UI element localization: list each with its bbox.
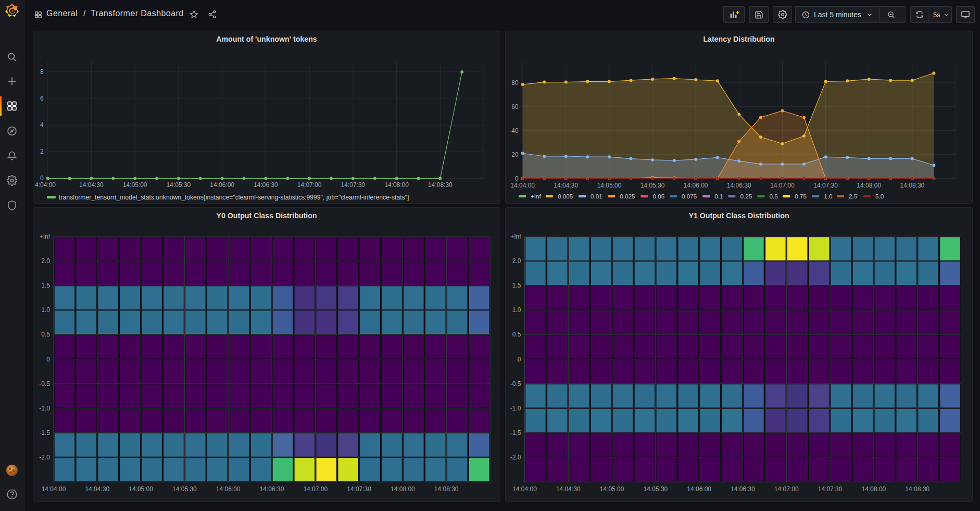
svg-text:6: 6 bbox=[40, 95, 44, 102]
svg-text:14:07:30: 14:07:30 bbox=[347, 485, 371, 493]
svg-text:14:07:00: 14:07:00 bbox=[774, 485, 799, 493]
svg-text:14:06:30: 14:06:30 bbox=[260, 485, 284, 493]
svg-text:14:04:30: 14:04:30 bbox=[554, 182, 578, 189]
svg-text:14:06:00: 14:06:00 bbox=[210, 181, 234, 189]
svg-text:14:05:00: 14:05:00 bbox=[600, 485, 624, 493]
svg-text:14:08:00: 14:08:00 bbox=[857, 182, 881, 189]
svg-text:14:06:00: 14:06:00 bbox=[216, 485, 241, 493]
svg-text:14:04:00: 14:04:00 bbox=[512, 485, 537, 493]
svg-text:14:05:00: 14:05:00 bbox=[129, 485, 153, 493]
svg-text:0: 0 bbox=[518, 356, 521, 363]
svg-text:14:08:30: 14:08:30 bbox=[905, 485, 929, 493]
svg-text:14:05:30: 14:05:30 bbox=[644, 485, 668, 493]
svg-text:14:06:00: 14:06:00 bbox=[687, 485, 711, 493]
svg-text:0.5: 0.5 bbox=[769, 193, 778, 200]
svg-text:14:05:30: 14:05:30 bbox=[167, 181, 191, 189]
svg-text:-2.0: -2.0 bbox=[39, 454, 50, 461]
svg-text:60: 60 bbox=[511, 103, 519, 110]
svg-text:40: 40 bbox=[511, 127, 519, 134]
svg-text:14:04:30: 14:04:30 bbox=[79, 181, 104, 189]
svg-text:14:07:30: 14:07:30 bbox=[818, 485, 843, 493]
svg-text:14:08:30: 14:08:30 bbox=[900, 182, 925, 189]
svg-text:14:06:30: 14:06:30 bbox=[727, 182, 751, 189]
svg-text:1.0: 1.0 bbox=[512, 306, 521, 314]
svg-text:14:05:00: 14:05:00 bbox=[123, 181, 147, 189]
svg-text:-1.0: -1.0 bbox=[39, 405, 50, 412]
svg-text:2.5: 2.5 bbox=[849, 193, 858, 200]
svg-text:-1.5: -1.5 bbox=[510, 429, 521, 437]
svg-text:transformer_tensorrt_model_sta: transformer_tensorrt_model_stats:unknown… bbox=[59, 194, 409, 201]
svg-text:14:08:00: 14:08:00 bbox=[391, 485, 415, 493]
svg-text:0.01: 0.01 bbox=[590, 193, 602, 200]
svg-text:0.075: 0.075 bbox=[682, 193, 697, 200]
svg-text:20: 20 bbox=[511, 151, 519, 158]
svg-text:80: 80 bbox=[511, 79, 519, 86]
svg-text:0.5: 0.5 bbox=[512, 331, 521, 338]
svg-text:8: 8 bbox=[40, 68, 44, 76]
svg-text:14:04:30: 14:04:30 bbox=[85, 485, 109, 493]
svg-text:-1.5: -1.5 bbox=[39, 429, 50, 437]
svg-text:5.0: 5.0 bbox=[875, 193, 884, 200]
svg-text:14:05:30: 14:05:30 bbox=[640, 182, 665, 189]
svg-text:14:06:30: 14:06:30 bbox=[731, 485, 755, 493]
svg-text:0.05: 0.05 bbox=[652, 193, 664, 200]
svg-text:14:04:30: 14:04:30 bbox=[556, 485, 581, 493]
svg-text:14:04:00: 14:04:00 bbox=[510, 182, 535, 189]
svg-text:0.5: 0.5 bbox=[41, 331, 50, 338]
svg-text:4:04:00: 4:04:00 bbox=[35, 181, 56, 189]
svg-text:+Inf: +Inf bbox=[510, 233, 521, 240]
svg-text:1.0: 1.0 bbox=[41, 306, 50, 314]
svg-text:0.1: 0.1 bbox=[714, 193, 723, 200]
svg-text:14:06:00: 14:06:00 bbox=[684, 182, 708, 189]
svg-text:2: 2 bbox=[40, 148, 44, 155]
svg-text:14:05:30: 14:05:30 bbox=[172, 485, 197, 493]
svg-text:4: 4 bbox=[40, 121, 44, 129]
svg-text:14:07:00: 14:07:00 bbox=[303, 485, 328, 493]
svg-text:0: 0 bbox=[515, 175, 519, 182]
svg-text:0: 0 bbox=[46, 356, 50, 363]
svg-text:1.0: 1.0 bbox=[824, 193, 833, 200]
svg-text:-0.5: -0.5 bbox=[510, 380, 521, 388]
svg-text:+Inf: +Inf bbox=[531, 193, 542, 200]
svg-text:1.5: 1.5 bbox=[41, 282, 50, 289]
svg-text:14:07:30: 14:07:30 bbox=[341, 181, 366, 189]
svg-text:14:06:30: 14:06:30 bbox=[254, 181, 278, 189]
svg-text:14:07:00: 14:07:00 bbox=[297, 181, 322, 189]
svg-text:+Inf: +Inf bbox=[40, 233, 51, 240]
svg-text:14:08:00: 14:08:00 bbox=[384, 181, 409, 189]
svg-text:-0.5: -0.5 bbox=[39, 380, 50, 388]
svg-text:1.5: 1.5 bbox=[512, 282, 521, 289]
svg-text:2.0: 2.0 bbox=[41, 257, 50, 265]
svg-text:0: 0 bbox=[40, 175, 44, 182]
svg-text:14:07:00: 14:07:00 bbox=[770, 182, 795, 189]
svg-text:2.0: 2.0 bbox=[512, 257, 521, 265]
svg-text:14:08:30: 14:08:30 bbox=[428, 181, 453, 189]
svg-text:14:08:30: 14:08:30 bbox=[434, 485, 459, 493]
svg-text:0.005: 0.005 bbox=[558, 193, 573, 200]
svg-text:0.25: 0.25 bbox=[740, 193, 752, 200]
svg-text:0.025: 0.025 bbox=[620, 193, 635, 200]
svg-text:-1.0: -1.0 bbox=[510, 405, 521, 412]
svg-text:14:08:00: 14:08:00 bbox=[862, 485, 886, 493]
svg-text:14:07:30: 14:07:30 bbox=[813, 182, 838, 189]
svg-text:14:04:00: 14:04:00 bbox=[42, 485, 66, 493]
svg-text:14:05:00: 14:05:00 bbox=[597, 182, 622, 189]
svg-text:-2.0: -2.0 bbox=[510, 454, 521, 461]
svg-text:0.75: 0.75 bbox=[795, 193, 807, 200]
